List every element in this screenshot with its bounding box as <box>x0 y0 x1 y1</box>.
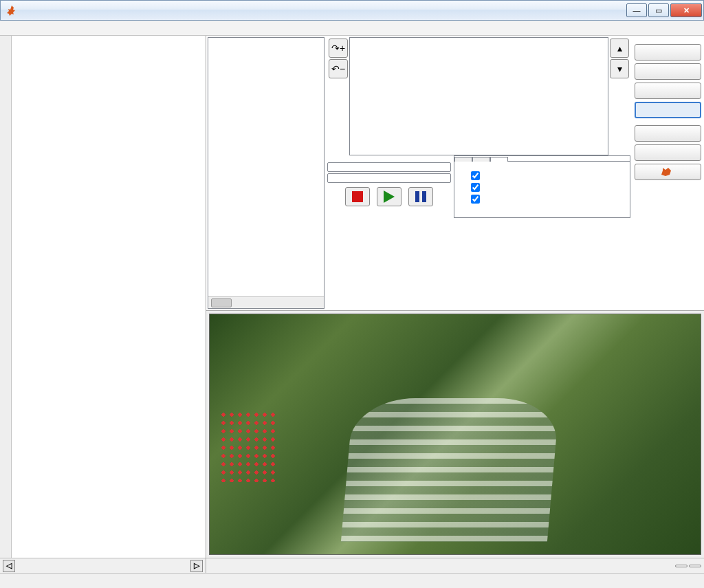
status-bar <box>0 573 704 588</box>
titlebar: — ▭ ✕ <box>0 0 704 21</box>
menu-file[interactable] <box>4 26 18 30</box>
folder-tree[interactable] <box>208 37 324 309</box>
tree-hscroll[interactable] <box>208 296 324 308</box>
close-button[interactable]: ✕ <box>670 3 702 17</box>
add-path-button[interactable]: ↷+ <box>329 39 348 58</box>
menu-options[interactable] <box>80 26 94 30</box>
move-button[interactable] <box>635 125 701 142</box>
autoselect-button[interactable] <box>635 102 701 118</box>
preview-rename-button[interactable] <box>689 565 701 567</box>
pause-button[interactable] <box>408 187 433 206</box>
ignore-folder-button[interactable] <box>635 83 701 99</box>
menu-tools[interactable] <box>50 26 63 30</box>
path-up-button[interactable]: ▴ <box>610 39 629 58</box>
tab-loader[interactable] <box>472 157 490 162</box>
menu-bar <box>0 21 704 36</box>
menu-window[interactable] <box>95 26 109 30</box>
progress-2 <box>327 173 451 183</box>
pager: ◁ ▷ <box>0 558 206 573</box>
tab-filter[interactable] <box>454 157 472 162</box>
scan-stats <box>327 155 451 161</box>
unignore-button[interactable] <box>635 44 701 61</box>
maximize-button[interactable]: ▭ <box>648 3 669 17</box>
app-icon <box>6 5 17 16</box>
menu-actions[interactable] <box>65 26 78 30</box>
path-list[interactable] <box>349 37 608 155</box>
stop-button[interactable] <box>345 187 370 206</box>
delete-button[interactable] <box>635 144 701 161</box>
thumbnail-panel: ◁ ▷ <box>0 36 206 573</box>
menu-edit[interactable] <box>19 26 33 30</box>
preview-move-button[interactable] <box>675 565 688 567</box>
chk-smaller-size[interactable] <box>471 195 624 204</box>
preview-infobar <box>206 558 704 573</box>
side-buttons <box>632 36 704 310</box>
tab-autoselect[interactable] <box>490 157 508 162</box>
menu-help[interactable] <box>110 26 124 30</box>
chk-lower-res[interactable] <box>471 183 624 192</box>
path-down-button[interactable]: ▾ <box>610 59 629 78</box>
pager-prev-button[interactable]: ◁ <box>3 560 15 572</box>
about-button[interactable] <box>635 164 701 180</box>
play-button[interactable] <box>377 187 402 206</box>
thumb-scrollbar[interactable] <box>0 36 12 558</box>
preview-image[interactable] <box>209 314 701 555</box>
minimize-button[interactable]: — <box>626 3 647 17</box>
options-tabs <box>454 155 630 218</box>
pager-next-button[interactable]: ▷ <box>190 560 203 572</box>
progress-1 <box>327 162 451 172</box>
menu-view[interactable] <box>34 26 48 30</box>
remove-path-button[interactable]: ↶− <box>329 59 348 78</box>
unselect-button[interactable] <box>635 63 701 80</box>
chk-uncompressed[interactable] <box>471 171 624 180</box>
fox-icon <box>661 166 672 177</box>
